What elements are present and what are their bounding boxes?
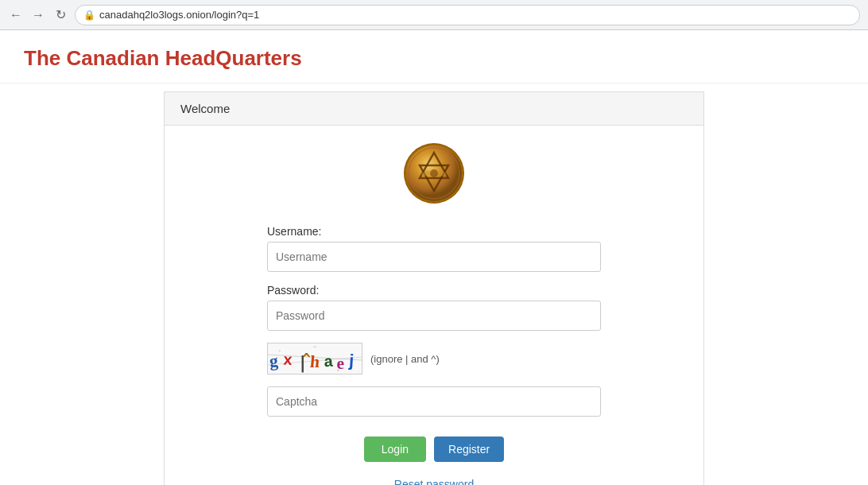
url-text: canadahq2lo3logs.onion/login?q=1 [99,9,259,21]
login-card: Welcome [164,91,704,485]
username-label: Username: [267,225,601,238]
button-row: Login Register [267,436,601,462]
site-header: The Canadian HeadQuarters [0,30,868,83]
captcha-hint: (ignore | and ^) [370,353,440,365]
captcha-image: g x | ^ h a e [267,343,362,374]
card-header: Welcome [165,92,703,126]
svg-text:g: g [269,351,279,371]
coin-logo [402,142,466,205]
refresh-button[interactable]: ↻ [52,7,68,23]
svg-point-21 [338,370,339,371]
username-group: Username: [267,225,601,272]
login-button[interactable]: Login [364,436,426,462]
username-input[interactable] [267,242,601,272]
main-area: Welcome [0,83,868,485]
lock-icon: 🔒 [83,10,95,21]
back-button[interactable]: ← [8,7,24,23]
svg-text:x: x [283,350,293,368]
captcha-row: g x | ^ h a e [267,343,601,374]
svg-text:h: h [309,352,320,371]
forward-button[interactable]: → [30,7,46,23]
password-group: Password: [267,284,601,331]
svg-point-5 [430,169,438,177]
svg-point-19 [279,350,281,351]
page-content: The Canadian HeadQuarters Welcome [0,30,868,485]
password-input[interactable] [267,301,601,331]
reset-password-link[interactable]: Reset password [394,478,474,485]
svg-point-20 [314,346,316,348]
password-label: Password: [267,284,601,297]
card-body: Username: Password: [165,126,703,485]
address-bar[interactable]: 🔒 canadahq2lo3logs.onion/login?q=1 [75,5,860,25]
captcha-group [267,386,601,417]
browser-chrome: ← → ↻ 🔒 canadahq2lo3logs.onion/login?q=1 [0,0,868,30]
register-button[interactable]: Register [434,436,504,462]
site-title: The Canadian HeadQuarters [24,46,302,70]
captcha-input[interactable] [267,386,601,417]
